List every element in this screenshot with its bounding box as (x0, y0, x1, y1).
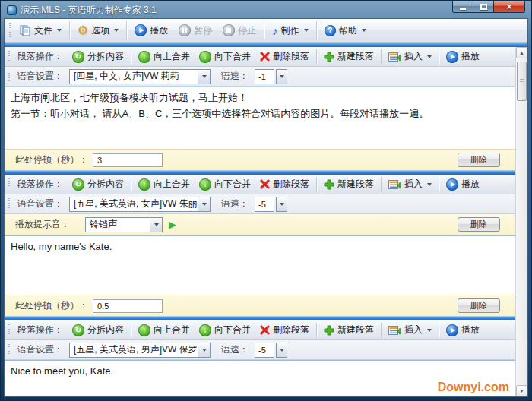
window-title: 演示.MLS - 英语听力制作专家 3.1 (21, 4, 157, 17)
chevron-down-icon (304, 29, 309, 32)
delete-paragraph-button[interactable]: 删除段落 (255, 176, 314, 192)
play-icon: ▶ (135, 24, 147, 36)
paragraph-ops-row: 段落操作： ↻ 分拆内容 ↑ 向上合并 ↓ 向下合并 (5, 320, 515, 340)
prompt-sound-select[interactable]: 铃铛声 (85, 217, 163, 232)
split-icon: ↻ (72, 178, 84, 191)
file-button[interactable]: 文件 (14, 22, 67, 39)
split-content-button[interactable]: ↻ 分拆内容 (68, 176, 128, 192)
minimize-icon (460, 8, 466, 10)
scroll-up-icon[interactable]: ▲ (516, 47, 527, 58)
speed-dropdown-button[interactable] (276, 69, 287, 84)
pause-seconds-input[interactable] (93, 153, 163, 167)
paragraph-text[interactable]: 上海市闸北区，七年级预备模块听力试题，马上开始！ 第一节：听小对话， 请从A、B… (5, 87, 515, 149)
voice-settings-row: 语音设置： [五星, 美式英语, 女声]VW 朱丽叶 语速： -5 (5, 194, 515, 214)
voice-settings-row: 语音设置： [四星, 中文, 女声]VW 莉莉 语速： -1 (5, 67, 515, 87)
close-button[interactable]: × (493, 1, 525, 13)
main-toolbar: 文件 ⚙ 选项 ▶ 播放 暂停 停止 (5, 19, 527, 43)
delete-button[interactable]: 删除 (458, 153, 500, 167)
preview-play-icon[interactable]: ▶ (169, 219, 176, 229)
merge-down-button[interactable]: ↓ 向下合并 (195, 176, 255, 192)
insert-button[interactable]: 插入 (384, 176, 436, 192)
close-icon: × (506, 2, 511, 11)
vertical-scrollbar[interactable]: ▲ ▼ (515, 47, 527, 396)
insert-button[interactable]: 插入 (384, 49, 436, 65)
minimize-button[interactable] (452, 1, 473, 13)
delete-paragraph-button[interactable]: 删除段落 (255, 322, 314, 338)
insert-table-icon (388, 325, 401, 336)
speed-dropdown-button[interactable] (276, 197, 287, 212)
dropdown-arrow-icon[interactable] (198, 70, 210, 84)
arrow-down-icon: ↓ (199, 51, 211, 63)
new-paragraph-button[interactable]: 新建段落 (319, 49, 378, 65)
merge-up-button[interactable]: ↑ 向上合并 (134, 49, 195, 65)
pause-button[interactable]: 暂停 (173, 22, 217, 39)
pause-row: 此处停顿（秒）： 删除 (5, 149, 515, 170)
dropdown-arrow-icon[interactable] (198, 197, 210, 211)
play-paragraph-button[interactable]: ▶ 播放 (442, 176, 484, 192)
options-button[interactable]: ⚙ 选项 (72, 22, 124, 39)
voice-settings-row: 语音设置： [五星, 美式英语, 男声]VW 保罗 语速： -5 (5, 340, 515, 360)
window-controls: × (452, 1, 525, 13)
split-icon: ↻ (72, 51, 84, 63)
merge-up-button[interactable]: ↑ 向上合并 (134, 322, 195, 338)
pause-icon (179, 24, 191, 36)
watermark: Downyi.com (438, 379, 509, 395)
play-paragraph-button[interactable]: ▶ 播放 (442, 49, 484, 65)
paragraph-text[interactable]: Nice to meet you, Kate. Downyi.com (5, 360, 515, 396)
speed-dropdown-button[interactable] (276, 343, 287, 358)
play-button[interactable]: ▶ 播放 (129, 22, 173, 39)
row-grip (8, 344, 10, 355)
client-area: 文件 ⚙ 选项 ▶ 播放 暂停 停止 (4, 18, 528, 397)
merge-up-button[interactable]: ↑ 向上合并 (134, 176, 195, 192)
play-paragraph-button[interactable]: ▶ 播放 (442, 322, 484, 338)
paragraph-text[interactable]: Hello, my name's Kate. (5, 235, 515, 295)
delete-button[interactable]: 删除 (458, 217, 500, 232)
stop-button[interactable]: 停止 (217, 22, 261, 39)
speed-value[interactable]: -5 (255, 197, 274, 212)
insert-table-icon (388, 52, 401, 62)
paragraph-ops-row: 段落操作： ↻ 分拆内容 ↑ 向上合并 ↓ 向下合并 (5, 47, 515, 67)
arrow-down-icon: ↓ (199, 178, 211, 191)
merge-down-button[interactable]: ↓ 向下合并 (195, 322, 255, 338)
make-button[interactable]: ♪ 制作 (267, 22, 314, 39)
speed-value[interactable]: -1 (255, 69, 274, 84)
chevron-down-icon (427, 183, 432, 186)
help-button[interactable]: ? 帮助 (319, 22, 372, 39)
music-note-icon: ♪ (272, 25, 278, 36)
scroll-thumb[interactable] (517, 62, 527, 101)
pause-seconds-input[interactable] (93, 299, 163, 313)
paragraph-ops-row: 段落操作： ↻ 分拆内容 ↑ 向上合并 ↓ 向下合并 (5, 175, 515, 194)
new-paragraph-button[interactable]: 新建段落 (319, 322, 378, 338)
row-grip (8, 324, 10, 336)
play-icon: ▶ (446, 51, 458, 63)
delete-button[interactable]: 删除 (458, 298, 500, 313)
help-icon: ? (325, 25, 336, 36)
dropdown-arrow-icon[interactable] (150, 218, 162, 232)
insert-table-icon (388, 179, 401, 190)
voice-select[interactable]: [四星, 中文, 女声]VW 莉莉 (69, 69, 211, 84)
app-window: 演示.MLS - 英语听力制作专家 3.1 × 文件 ⚙ 选项 (0, 0, 532, 401)
split-icon: ↻ (72, 324, 84, 336)
scroll-down-icon[interactable]: ▼ (516, 385, 527, 396)
play-icon: ▶ (446, 324, 458, 336)
split-content-button[interactable]: ↻ 分拆内容 (68, 49, 128, 65)
delete-paragraph-button[interactable]: 删除段落 (255, 49, 314, 65)
dropdown-arrow-icon[interactable] (198, 343, 210, 357)
voice-select[interactable]: [五星, 美式英语, 女声]VW 朱丽叶 (69, 197, 211, 212)
row-grip (8, 198, 10, 210)
merge-down-button[interactable]: ↓ 向下合并 (195, 49, 255, 65)
insert-button[interactable]: 插入 (384, 322, 436, 338)
chevron-down-icon (57, 29, 62, 32)
speed-value[interactable]: -5 (255, 343, 274, 358)
new-paragraph-button[interactable]: 新建段落 (319, 176, 378, 192)
voice-select[interactable]: [五星, 美式英语, 男声]VW 保罗 (69, 343, 211, 358)
split-content-button[interactable]: ↻ 分拆内容 (68, 322, 128, 338)
row-grip (8, 51, 10, 62)
row-grip (8, 178, 10, 190)
green-plus-icon (324, 179, 334, 190)
arrow-up-icon: ↑ (138, 178, 150, 191)
chevron-down-icon (427, 329, 432, 332)
maximize-button[interactable] (473, 1, 493, 13)
pause-row: 此处停顿（秒）： 删除 (5, 295, 515, 316)
green-plus-icon (324, 325, 334, 336)
